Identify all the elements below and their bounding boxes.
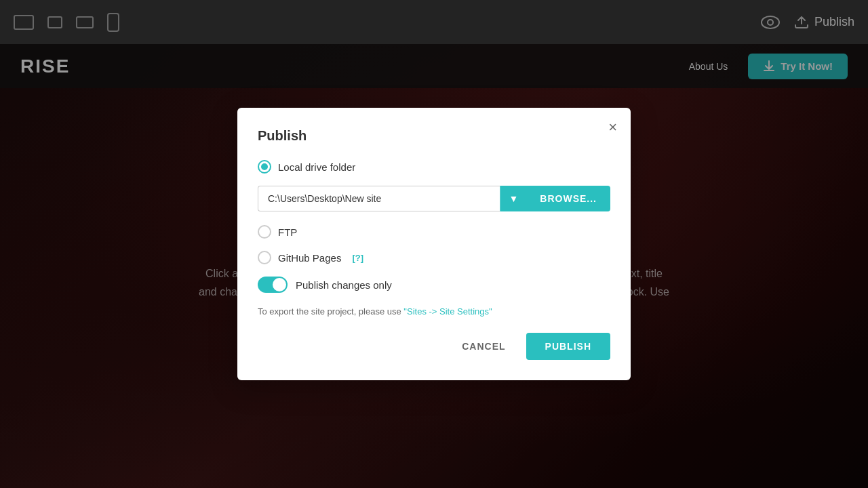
ftp-label: FTP (278, 226, 297, 238)
site-settings-link[interactable]: "Sites -> Site Settings" (403, 306, 492, 317)
toggle-knob (273, 278, 286, 291)
local-drive-option[interactable]: Local drive folder (258, 160, 610, 174)
publish-changes-label: Publish changes only (296, 279, 392, 291)
file-input-row: ▼ BROWSE... (258, 186, 610, 211)
ftp-option[interactable]: FTP (258, 225, 610, 239)
publish-changes-toggle[interactable] (258, 277, 288, 293)
ftp-radio[interactable] (258, 225, 271, 239)
github-radio[interactable] (258, 251, 271, 264)
cancel-button[interactable]: CANCEL (452, 334, 515, 359)
local-drive-label: Local drive folder (278, 161, 355, 173)
publish-button[interactable]: PUBLISH (526, 333, 610, 360)
browse-button[interactable]: BROWSE... (526, 186, 610, 211)
modal-close-button[interactable]: × (608, 120, 617, 135)
publish-changes-toggle-row: Publish changes only (258, 277, 610, 293)
modal-title: Publish (258, 128, 610, 144)
file-dropdown-button[interactable]: ▼ (500, 186, 526, 211)
publish-modal: Publish × Local drive folder ▼ BROWSE...… (237, 108, 631, 380)
github-option[interactable]: GitHub Pages [?] (258, 251, 610, 264)
modal-actions: CANCEL PUBLISH (258, 333, 610, 360)
export-note: To export the site project, please use "… (258, 306, 610, 317)
modal-overlay: Publish × Local drive folder ▼ BROWSE...… (0, 0, 868, 488)
file-path-input[interactable] (258, 186, 500, 211)
local-drive-radio[interactable] (258, 160, 271, 174)
github-label: GitHub Pages (278, 252, 341, 264)
github-help-icon[interactable]: [?] (352, 253, 363, 263)
